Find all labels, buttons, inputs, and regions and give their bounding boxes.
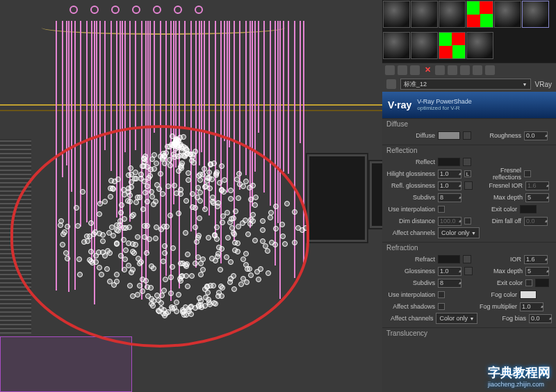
dimfalloff-spinner[interactable]: 0.0 xyxy=(524,217,548,226)
section-title: Refraction xyxy=(386,244,552,252)
picture-frame xyxy=(306,153,368,243)
navigator-icon[interactable] xyxy=(473,65,482,75)
section-title: Reflection xyxy=(386,147,552,154)
dimdist-label: Dim distance xyxy=(386,218,435,224)
refract-map-slot[interactable] xyxy=(463,255,471,263)
material-name-row: 标准_12 ▼ VRay xyxy=(382,76,556,92)
material-name: 标准_12 xyxy=(404,80,427,89)
subdivs-label: Subdivs xyxy=(386,279,435,286)
diffuse-swatch[interactable] xyxy=(438,131,460,140)
maxdepth-label: Max depth xyxy=(475,268,523,275)
exitcolor-swatch[interactable] xyxy=(520,205,537,213)
material-slot[interactable] xyxy=(466,1,493,28)
ior-label: IOR xyxy=(474,256,521,263)
slot-icon[interactable] xyxy=(485,65,495,75)
select-by-mat-icon[interactable] xyxy=(460,65,470,75)
picture-frame xyxy=(368,160,382,229)
material-slot[interactable] xyxy=(494,1,521,28)
assign-icon[interactable] xyxy=(398,65,407,75)
diffuse-map-slot[interactable] xyxy=(463,131,471,140)
show-map-icon[interactable] xyxy=(435,65,445,75)
useinterp-checkbox[interactable] xyxy=(438,206,445,213)
affect-label: Affect channels xyxy=(386,315,433,322)
diffuse-section: Diffuse Diffuse Roughness 0.0 xyxy=(382,118,556,145)
translucency-section: Translucency xyxy=(382,327,556,342)
maxdepth-spinner[interactable]: 5 xyxy=(525,267,549,276)
subdivs-label: Subdivs xyxy=(386,194,435,201)
fogcolor-swatch[interactable] xyxy=(520,291,537,299)
maxdepth-spinner[interactable]: 5 xyxy=(525,193,549,202)
material-slot[interactable] xyxy=(439,32,466,59)
material-slot[interactable] xyxy=(383,1,410,28)
fresnel-ior-spinner[interactable]: 1.6 xyxy=(525,181,549,190)
reset-icon[interactable] xyxy=(410,65,420,75)
material-toolbar: ✕ xyxy=(382,63,556,76)
material-slots[interactable] xyxy=(382,0,556,63)
reflection-section: Reflection Reflect Hilight glossiness 1.… xyxy=(382,145,556,242)
gloss-spinner[interactable]: 1.0 xyxy=(438,267,461,276)
useinterp-checkbox[interactable] xyxy=(438,291,445,298)
vray-title: V-Ray PowerShade xyxy=(417,98,472,105)
subdivs-spinner[interactable]: 8 xyxy=(438,279,461,288)
affect-label: Affect channels xyxy=(386,229,435,236)
section-title: Translucency xyxy=(386,329,552,337)
material-name-combo[interactable]: 标准_12 ▼ xyxy=(400,79,531,90)
exitcolor-checkbox[interactable] xyxy=(525,279,532,286)
reflect-swatch[interactable] xyxy=(438,158,460,166)
exitcolor-swatch[interactable] xyxy=(535,279,549,287)
diffuse-label: Diffuse xyxy=(386,132,435,139)
hilight-label: Hilight glossiness xyxy=(386,170,435,177)
renderer-label: VRay xyxy=(535,81,552,88)
reflgloss-label: Refl. glossiness xyxy=(386,182,435,189)
roughness-spinner[interactable]: 0.0 xyxy=(524,131,548,140)
exitcolor-label: Exit color xyxy=(475,279,523,286)
fresnel-checkbox[interactable] xyxy=(524,170,531,177)
material-slot[interactable] xyxy=(411,1,438,28)
refract-swatch[interactable] xyxy=(438,255,460,263)
refraction-section: Refraction Refract IOR 1.6 Glossiness 1.… xyxy=(382,242,556,327)
ior-spinner[interactable]: 1.6 xyxy=(524,255,548,264)
material-slot[interactable] xyxy=(466,32,493,59)
options-icon[interactable] xyxy=(448,65,457,75)
ceiling-mounts xyxy=(70,6,203,14)
exitcolor-label: Exit color xyxy=(470,206,517,213)
vray-logo: V·ray xyxy=(388,99,411,111)
vray-subtitle: optimized for V-R xyxy=(417,105,472,112)
fogbias-spinner[interactable]: 0.0 xyxy=(529,314,552,323)
reflect-map-slot[interactable] xyxy=(463,158,471,166)
dropper-icon[interactable] xyxy=(386,79,396,89)
material-editor-panel: ✕ 标准_12 ▼ VRay V·ray V-Ray PowerShade op… xyxy=(382,0,556,392)
fogcolor-label: Fog color xyxy=(470,291,517,298)
wireframe-scene xyxy=(0,0,382,392)
affectshadows-checkbox[interactable] xyxy=(438,303,445,310)
viewport[interactable] xyxy=(0,0,382,392)
maxdepth-label: Max depth xyxy=(475,194,523,201)
material-slot[interactable] xyxy=(411,32,438,59)
useinterp-label: Use interpolation xyxy=(386,206,435,213)
chevron-down-icon: ▼ xyxy=(523,82,528,87)
dropper-icon[interactable] xyxy=(385,65,395,75)
fresnel-ior-label: Fresnel IOR xyxy=(475,182,523,189)
subdivs-spinner[interactable]: 8 xyxy=(438,193,461,202)
roughness-label: Roughness xyxy=(474,132,521,139)
delete-icon[interactable]: ✕ xyxy=(423,65,432,75)
affect-combo[interactable]: Color only▼ xyxy=(436,313,477,324)
reflgloss-spinner[interactable]: 1.0 xyxy=(438,181,461,190)
material-slot-selected[interactable] xyxy=(522,1,549,28)
hilight-spinner[interactable]: 1.0 xyxy=(438,170,461,179)
reflect-label: Reflect xyxy=(386,158,435,165)
vray-banner: V·ray V-Ray PowerShade optimized for V-R xyxy=(382,92,556,118)
affect-combo[interactable]: Color only▼ xyxy=(438,227,480,238)
dimdist-spinner[interactable]: 100.0 xyxy=(438,217,461,226)
dimdist-checkbox[interactable] xyxy=(464,218,471,224)
material-slot[interactable] xyxy=(439,1,466,28)
gloss-map-slot[interactable] xyxy=(464,267,473,275)
lock-checkbox[interactable]: L xyxy=(464,170,471,177)
material-slot[interactable] xyxy=(383,32,410,59)
section-title: Diffuse xyxy=(386,120,552,128)
fresnel-label: Fresnel reflections xyxy=(474,167,521,181)
useinterp-label: Use interpolation xyxy=(386,291,435,298)
refract-label: Refract xyxy=(386,256,435,263)
fogmult-spinner[interactable]: 1.0 xyxy=(520,302,543,311)
reflgloss-map-slot[interactable] xyxy=(464,181,473,190)
